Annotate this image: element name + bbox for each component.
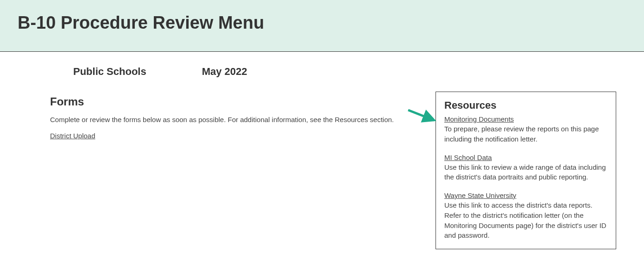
wayne-state-university-link[interactable]: Wayne State University [444,191,516,199]
header-banner: B-10 Procedure Review Menu [0,0,644,52]
subheader-date: May 2022 [202,66,247,78]
forms-instructions: Complete or review the forms below as so… [50,116,426,123]
district-upload-link[interactable]: District Upload [50,132,95,140]
content-area: Forms Complete or review the forms below… [0,92,644,249]
resource-item: Wayne State University Use this link to … [444,191,607,240]
mi-school-data-link[interactable]: MI School Data [444,154,492,161]
resource-item: Monitoring Documents To prepare, please … [444,115,607,144]
monitoring-documents-link[interactable]: Monitoring Documents [444,115,514,123]
resource-description: To prepare, please review the reports on… [444,124,607,144]
resource-description: Use this link to access the district's d… [444,200,607,240]
forms-heading: Forms [50,95,426,108]
subheader: Public Schools May 2022 [0,52,644,92]
forms-column: Forms Complete or review the forms below… [50,92,426,249]
resource-item: MI School Data Use this link to review a… [444,154,607,183]
resources-heading: Resources [444,99,607,111]
resources-box: Resources Monitoring Documents To prepar… [436,92,616,249]
subheader-org: Public Schools [73,66,146,78]
page-title: B-10 Procedure Review Menu [18,13,626,33]
resource-description: Use this link to review a wide range of … [444,162,607,183]
